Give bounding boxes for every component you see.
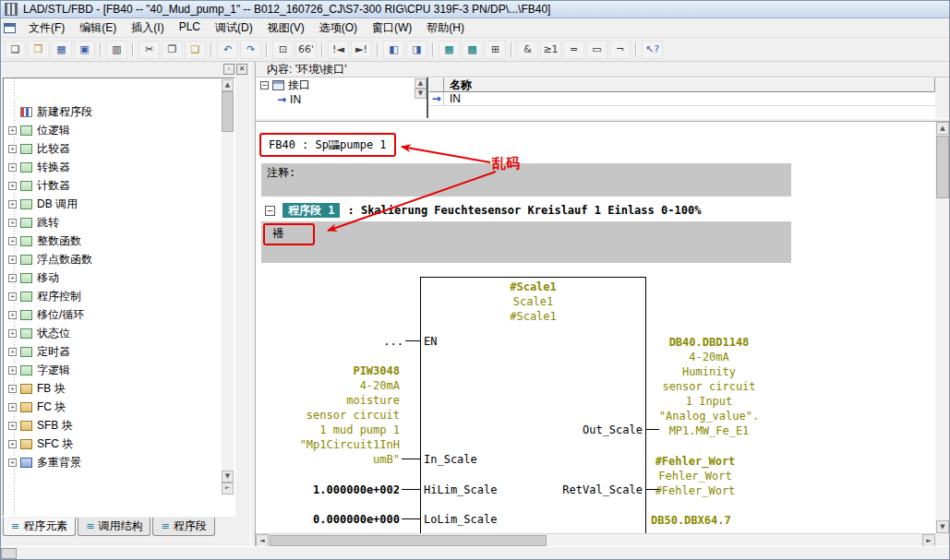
redo-button[interactable]: ↷: [240, 41, 261, 59]
catalog-item-word-logic[interactable]: + 字逻辑: [7, 361, 223, 379]
catalog-item-converter[interactable]: + 转换器: [7, 158, 223, 176]
catalog-item-status-bits[interactable]: + 状态位: [7, 324, 223, 342]
tab-networks[interactable]: ≡ 程序段: [152, 518, 214, 536]
scroll-down-button[interactable]: ▼: [415, 89, 427, 99]
catalog-item-comparator[interactable]: + 比较器: [7, 139, 223, 158]
expand-icon[interactable]: +: [8, 329, 17, 338]
undo-button[interactable]: ↶: [217, 41, 238, 59]
save-button[interactable]: ▣: [74, 41, 95, 59]
tab-program-elements[interactable]: ≡ 程序元素: [3, 518, 76, 536]
block-name[interactable]: Scale1: [420, 294, 646, 309]
row-selector-cell[interactable]: →: [429, 92, 444, 105]
app-icon[interactable]: [5, 3, 18, 16]
catalog-item-sfb-blocks[interactable]: + SFB 块: [7, 416, 223, 435]
pin-in-scale[interactable]: In_Scale: [424, 452, 477, 467]
expand-icon[interactable]: +: [8, 126, 17, 135]
print-button[interactable]: ▥: [106, 41, 127, 59]
scroll-down-button[interactable]: ▼: [222, 471, 234, 483]
close-panel-button[interactable]: ✕: [236, 64, 247, 75]
instance-name[interactable]: #Scale1: [420, 280, 646, 294]
split-window-button[interactable]: ◧: [383, 41, 404, 59]
lolim-operand[interactable]: 0.000000e+000: [311, 512, 400, 527]
and-box-button[interactable]: &: [517, 41, 538, 59]
instance-name-2[interactable]: #Scale1: [420, 309, 646, 324]
tab-call-structure[interactable]: ≡ 调用结构: [78, 518, 150, 536]
new-network-button[interactable]: ▦: [439, 41, 460, 59]
scrollbar-thumb[interactable]: [222, 91, 234, 132]
catalog-item-shift-rotate[interactable]: + 移位/循环: [7, 305, 223, 324]
catalog-item-integer-fn[interactable]: + 整数函数: [7, 232, 223, 250]
expand-icon[interactable]: +: [8, 292, 17, 301]
catalog-item-float-fn[interactable]: + 浮点数函数: [7, 250, 223, 268]
document-icon[interactable]: [4, 23, 16, 33]
code-editor[interactable]: FB40 : Sp鼺pumpe 1 注释: − 程序段 1 : Skalieru…: [256, 122, 935, 533]
block-title[interactable]: FB40 : Sp鼺pumpe 1: [269, 138, 387, 151]
network-label[interactable]: 程序段 1: [283, 203, 340, 218]
expand-icon[interactable]: +: [8, 274, 17, 282]
symbol-info-button[interactable]: ⊡: [272, 41, 294, 59]
expand-icon[interactable]: +: [8, 459, 17, 467]
scroll-up-button[interactable]: ▲: [222, 79, 234, 91]
horizontal-scrollbar[interactable]: ◄ ►: [256, 533, 935, 546]
vertical-scrollbar[interactable]: ▲ ▼: [935, 122, 950, 533]
expand-icon[interactable]: +: [8, 256, 17, 264]
program-elements-button[interactable]: ▩: [462, 41, 483, 59]
expand-icon[interactable]: +: [8, 163, 17, 172]
or-box-button[interactable]: ≥1: [540, 41, 561, 59]
prev-error-button[interactable]: !◄: [328, 41, 349, 59]
menu-plc[interactable]: PLC: [172, 18, 208, 39]
assign-coil-button[interactable]: =: [563, 41, 584, 59]
collapse-icon[interactable]: −: [260, 81, 269, 89]
catalog-item-counter[interactable]: + 计数器: [7, 176, 223, 195]
float-panel-button[interactable]: ▫: [223, 64, 234, 75]
retval-operand[interactable]: #Fehler_WortFehler_Wort#Fehler_Wort: [651, 454, 740, 498]
expand-icon[interactable]: +: [8, 311, 17, 319]
menu-window[interactable]: 窗口(W): [365, 18, 419, 39]
name-column-header[interactable]: 名称: [444, 77, 935, 92]
cut-button[interactable]: ✂: [138, 41, 160, 59]
expand-icon[interactable]: +: [8, 422, 17, 430]
catalog-item-new-network[interactable]: + 新建程序段: [7, 102, 223, 121]
pin-retval-scale[interactable]: RetVal_Scale: [535, 483, 643, 497]
pin-hilim-scale[interactable]: HiLim_Scale: [424, 483, 497, 497]
interface-scrollbar[interactable]: ▲ ▼: [415, 78, 427, 99]
catalog-item-jump[interactable]: + 跳转: [7, 213, 223, 232]
pin-lolim-scale[interactable]: LoLim_Scale: [424, 512, 497, 527]
open-online-button[interactable]: ▦: [51, 41, 72, 59]
scroll-up-button[interactable]: ▲: [936, 122, 949, 135]
expand-icon[interactable]: +: [8, 403, 17, 411]
catalog-item-fb-blocks[interactable]: + FB 块: [7, 379, 223, 398]
scroll-down-button[interactable]: ▼: [936, 520, 949, 533]
expand-icon[interactable]: +: [8, 219, 17, 227]
menu-options[interactable]: 选项(O): [312, 18, 365, 39]
network-comment-box[interactable]: 襎: [261, 221, 791, 263]
scrollbar-track[interactable]: [222, 132, 234, 471]
interface-root-row[interactable]: − 接口: [256, 77, 415, 92]
catalog-item-fc-blocks[interactable]: + FC 块: [7, 398, 223, 416]
menu-file[interactable]: 文件(F): [21, 18, 72, 39]
scrollbar-thumb[interactable]: [936, 136, 949, 198]
interface-in-row[interactable]: → IN: [256, 92, 415, 107]
expand-icon[interactable]: +: [8, 385, 17, 393]
scroll-right-button[interactable]: ►: [922, 534, 935, 547]
catalog-scrollbar[interactable]: ▲ ▼ ⇤: [222, 79, 234, 494]
scroll-left-button[interactable]: ⇤: [222, 483, 234, 494]
expand-icon[interactable]: +: [8, 200, 17, 209]
binary-input-button[interactable]: ▭: [586, 41, 607, 59]
next-element-operand[interactable]: DB50.DBX64.7: [651, 513, 731, 528]
menu-view[interactable]: 视图(V): [260, 18, 312, 39]
scroll-up-button[interactable]: ▲: [415, 78, 427, 89]
hilim-operand[interactable]: 1.000000e+002: [311, 483, 400, 497]
interface-root-label[interactable]: 接口: [288, 77, 310, 93]
declaration-name-cell[interactable]: IN: [444, 92, 935, 105]
detail-window-button[interactable]: ◨: [406, 41, 427, 59]
interface-tree[interactable]: − 接口 → IN: [256, 77, 415, 118]
pin-en[interactable]: EN: [424, 334, 437, 349]
collapse-network-icon[interactable]: −: [265, 206, 275, 216]
menu-debug[interactable]: 调试(D): [208, 18, 260, 39]
interface-in-label[interactable]: IN: [290, 93, 301, 106]
negate-input-button[interactable]: ¬: [609, 41, 631, 59]
scrollbar-thumb[interactable]: [270, 535, 547, 546]
catalog-item-bit-logic[interactable]: + 位逻辑: [7, 121, 223, 139]
paste-button[interactable]: ❑: [185, 41, 206, 59]
